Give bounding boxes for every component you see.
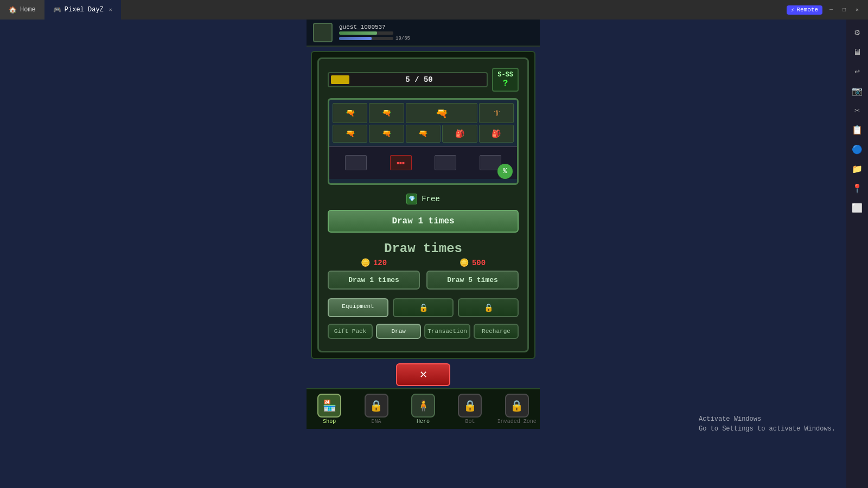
- progress-fill: [331, 75, 349, 84]
- menu-tabs: Gift Pack Draw Transaction Recharge: [328, 324, 519, 339]
- cat-tab-lock-2[interactable]: 🔒: [458, 298, 519, 317]
- cost-amount-5: 500: [472, 259, 486, 267]
- weapon-item-5: 🔫: [333, 125, 367, 142]
- floor-item-3: [435, 155, 456, 170]
- invaded-zone-nav-icon: 🔒: [505, 394, 529, 418]
- tab-close-button[interactable]: ✕: [109, 7, 112, 13]
- sidebar-pin-icon[interactable]: 📍: [848, 180, 866, 197]
- modal-outer: 5 / 50 S-SS ? 🔫 🔫 🔫: [311, 51, 535, 359]
- maximize-button[interactable]: □: [840, 5, 848, 14]
- weapon-item-8: 🎒: [442, 125, 477, 142]
- game-panel: guest_1000537 19/65: [307, 20, 540, 429]
- weapon-item-1: 🔫: [333, 103, 367, 123]
- modal-inner: 5 / 50 S-SS ? 🔫 🔫 🔫: [317, 57, 529, 352]
- cost-row: 🪙 120 🪙 500: [328, 258, 519, 267]
- banner-pixel-art: 🔫 🔫 🔫 🗡 🔫 🔫 🔫 🎒 🎒: [329, 100, 517, 183]
- hp-bar-row: [339, 31, 533, 35]
- mp-bar-row: 19/65: [339, 36, 533, 41]
- cat-tab-equipment[interactable]: Equipment: [328, 298, 388, 317]
- floor-item-1: [345, 155, 367, 170]
- cost-amount-1: 120: [373, 259, 387, 267]
- progress-text: 5 / 50: [354, 75, 484, 84]
- banner-percent-badge: %: [497, 164, 513, 179]
- draw-btn-row: Draw 1 times Draw 5 times: [328, 271, 519, 290]
- draw-1-button[interactable]: Draw 1 times: [328, 271, 420, 290]
- sidebar-display-icon[interactable]: 🖥: [848, 43, 866, 61]
- username-label: guest_1000537: [339, 24, 533, 30]
- menu-tab-transaction[interactable]: Transaction: [424, 324, 470, 339]
- cost-cell-5: 🪙 500: [426, 258, 519, 267]
- weapon-item-3: 🔫: [406, 103, 477, 123]
- bottom-nav: 🏪 Shop 🔒 DNA 🧍 Hero 🔒 Bot 🔒 Invaded Zone: [307, 388, 540, 429]
- weapon-item-4: 🗡: [479, 103, 514, 123]
- browser-bar: 🏠 Home 🎮 Pixel DayZ ✕ ⚡ Remote ─ □ ✕: [0, 0, 868, 20]
- floor-item-2: ■■■: [390, 155, 412, 170]
- nav-tab-invaded-zone[interactable]: 🔒 Invaded Zone: [494, 391, 540, 427]
- shop-nav-label: Shop: [323, 419, 336, 425]
- hud-info: guest_1000537 19/65: [339, 24, 533, 41]
- weapon-item-2: 🔫: [369, 103, 404, 123]
- nav-tab-dna[interactable]: 🔒 DNA: [353, 391, 399, 427]
- remote-badge[interactable]: ⚡ Remote: [787, 5, 822, 15]
- tab-pixeldayz[interactable]: 🎮 Pixel DayZ ✕: [44, 0, 121, 20]
- sidebar-folder-icon[interactable]: 📁: [848, 160, 866, 178]
- game-icon: 🎮: [53, 6, 61, 14]
- banner-floor: ■■■: [329, 146, 517, 179]
- lock-icon-2: 🔒: [461, 303, 515, 312]
- sidebar-camera-icon[interactable]: 📷: [848, 82, 866, 100]
- weapon-item-7: 🔫: [406, 125, 441, 142]
- sidebar-back-icon[interactable]: ↩: [848, 63, 866, 80]
- draw-times-container: Draw times: [328, 241, 519, 256]
- stat-bars: 19/65: [339, 31, 533, 41]
- mp-bar-bg: [339, 37, 393, 40]
- close-button[interactable]: ✕: [853, 5, 861, 14]
- hero-nav-icon: 🧍: [411, 394, 435, 418]
- lock-icon-1: 🔒: [396, 303, 450, 312]
- game-area: guest_1000537 19/65: [0, 20, 846, 488]
- free-badge: 💎 Free: [328, 194, 519, 204]
- gold-icon-5: 🪙: [459, 258, 469, 267]
- rank-sub-label: ?: [497, 79, 513, 88]
- sidebar-circle-icon[interactable]: 🔵: [848, 141, 866, 158]
- draw-5-button[interactable]: Draw 5 times: [426, 271, 519, 290]
- menu-tab-recharge[interactable]: Recharge: [474, 324, 519, 339]
- hp-bar-fill: [339, 31, 377, 35]
- invaded-zone-nav-label: Invaded Zone: [497, 419, 537, 425]
- sidebar-settings-icon[interactable]: ⚙: [848, 24, 866, 41]
- banner-area: 🔫 🔫 🔫 🗡 🔫 🔫 🔫 🎒 🎒: [328, 98, 519, 185]
- hp-bar-bg: [339, 31, 393, 35]
- right-sidebar: ⚙ 🖥 ↩ 📷 ✂ 📋 🔵 📁 📍 ⬜: [846, 20, 868, 488]
- avatar: [313, 23, 333, 42]
- nav-tab-bot[interactable]: 🔒 Bot: [447, 391, 493, 427]
- sidebar-clipboard-icon[interactable]: 📋: [848, 121, 866, 139]
- draw-1-free-button[interactable]: Draw 1 times: [328, 210, 519, 233]
- free-icon: 💎: [406, 194, 417, 204]
- progress-bar-container: 5 / 50: [328, 72, 488, 87]
- gold-icon-1: 🪙: [361, 258, 370, 267]
- nav-tab-hero[interactable]: 🧍 Hero: [400, 391, 446, 427]
- close-modal-button[interactable]: ✕: [396, 363, 450, 386]
- hero-nav-label: Hero: [417, 419, 430, 425]
- stat-value: 19/65: [395, 36, 410, 41]
- menu-tab-draw[interactable]: Draw: [376, 324, 421, 339]
- shop-nav-icon: 🏪: [317, 394, 341, 418]
- rank-badge: S-SS ?: [492, 68, 519, 92]
- sidebar-square-icon[interactable]: ⬜: [848, 200, 866, 217]
- bot-nav-label: Bot: [465, 419, 475, 425]
- rank-label: S-SS: [497, 71, 513, 79]
- nav-tab-shop[interactable]: 🏪 Shop: [307, 391, 352, 427]
- minimize-button[interactable]: ─: [827, 5, 835, 14]
- cost-cell-1: 🪙 120: [328, 258, 420, 267]
- category-tabs: Equipment 🔒 🔒: [328, 298, 519, 317]
- mp-bar-fill: [339, 37, 372, 40]
- weapon-item-6: 🔫: [369, 125, 404, 142]
- sidebar-scissors-icon[interactable]: ✂: [848, 102, 866, 119]
- draw-times-text: Draw times: [384, 241, 462, 256]
- browser-controls: ⚡ Remote ─ □ ✕: [780, 5, 868, 15]
- progress-section: 5 / 50 S-SS ?: [328, 68, 519, 92]
- cat-tab-lock-1[interactable]: 🔒: [393, 298, 454, 317]
- home-icon: 🏠: [9, 6, 17, 14]
- tab-home[interactable]: 🏠 Home: [0, 0, 44, 20]
- close-icon: ✕: [419, 369, 427, 380]
- menu-tab-giftpack[interactable]: Gift Pack: [328, 324, 373, 339]
